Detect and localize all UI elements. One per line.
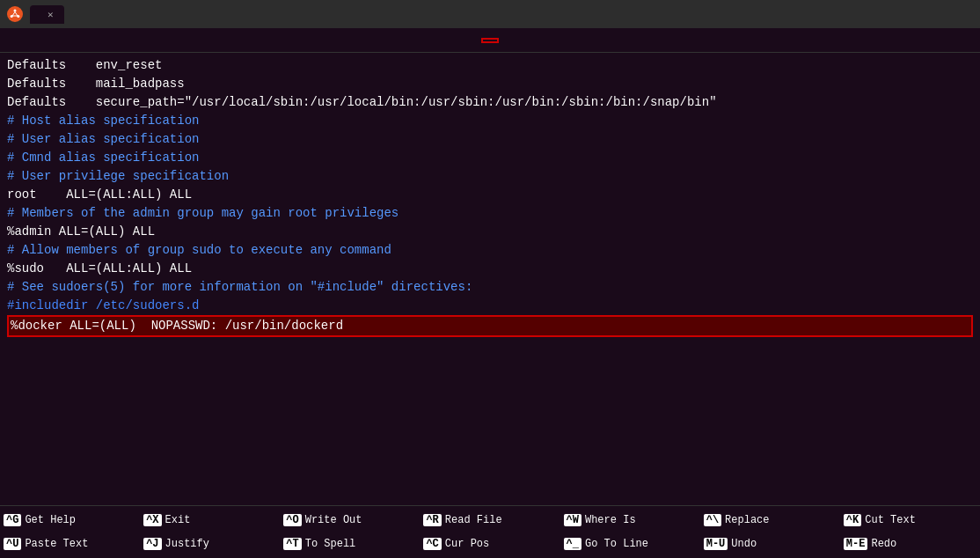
editor-line: Defaults secure_path="/usr/local/sbin:/u… <box>7 93 973 112</box>
editor-line: # See sudoers(5) for more information on… <box>7 278 973 297</box>
shortcut-item: ^KCut Text <box>840 508 980 532</box>
maximize-button[interactable] <box>941 7 955 21</box>
shortcut-key: ^K <box>844 514 861 526</box>
minimize-button[interactable] <box>924 7 938 21</box>
editor-area[interactable]: Defaults env_resetDefaults mail_badpassD… <box>0 53 980 505</box>
editor-line: %sudo ALL=(ALL:ALL) ALL <box>7 260 973 278</box>
shortcut-item: ^JJustify <box>140 532 280 557</box>
editor-line: # Members of the admin group may gain ro… <box>7 204 973 223</box>
shortcut-label: Paste Text <box>25 538 88 550</box>
new-tab-button[interactable] <box>71 4 92 25</box>
shortcut-key: ^J <box>143 538 161 550</box>
tab-close-icon[interactable]: ✕ <box>48 9 54 20</box>
ubuntu-icon <box>7 6 23 22</box>
shortcut-label: To Spell <box>305 538 356 550</box>
editor-line: %admin ALL=(ALL) ALL <box>7 223 973 241</box>
shortcut-label: Cut Text <box>865 514 916 526</box>
shortcut-label: Undo <box>731 538 757 550</box>
editor-line: #includedir /etc/sudoers.d <box>7 297 973 315</box>
shortcut-item: ^\Replace <box>700 508 840 532</box>
shortcut-item: ^GGet Help <box>0 508 140 532</box>
shortcut-key: ^W <box>564 514 581 526</box>
shortcut-item: ^XExit <box>140 508 280 532</box>
editor-line: # Allow members of group sudo to execute… <box>7 241 973 260</box>
shortcut-item: ^TTo Spell <box>280 532 420 557</box>
editor-line: # User alias specification <box>7 130 973 149</box>
shortcut-label: Write Out <box>305 514 362 526</box>
window-controls <box>924 7 973 21</box>
nano-header <box>0 28 980 53</box>
shortcut-label: Replace <box>725 514 769 526</box>
shortcut-key: ^X <box>143 514 161 526</box>
shortcut-key: ^G <box>4 514 21 526</box>
shortcut-item: ^CCur Pos <box>420 532 559 557</box>
shortcut-label: Read File <box>445 514 502 526</box>
shortcut-item: ^WWhere Is <box>560 508 700 532</box>
shortcut-key: ^O <box>283 514 301 526</box>
titlebar: ✕ <box>0 0 980 28</box>
editor-line: # Cmnd alias specification <box>7 149 973 167</box>
shortcut-key: M-E <box>844 538 868 550</box>
shortcut-item: ^UPaste Text <box>0 532 140 557</box>
shortcut-label: Redo <box>871 538 896 550</box>
shortcut-key: ^_ <box>564 538 581 550</box>
shortcut-key: ^R <box>423 514 441 526</box>
shortcut-item: ^OWrite Out <box>280 508 420 532</box>
editor-line: root ALL=(ALL:ALL) ALL <box>7 186 973 204</box>
editor-line: Defaults env_reset <box>7 56 973 75</box>
shortcut-key: ^\ <box>704 514 721 526</box>
shortcut-label: Justify <box>165 538 209 550</box>
close-button[interactable] <box>959 7 973 21</box>
shortcut-key: M-U <box>704 538 728 550</box>
shortcuts-bar: ^GGet Help^XExit^OWrite Out^RRead File^W… <box>0 505 980 558</box>
editor-line: # Host alias specification <box>7 112 973 130</box>
editor-line: # User privilege specification <box>7 167 973 186</box>
shortcut-item: M-UUndo <box>700 532 840 557</box>
nano-filename <box>481 38 499 43</box>
shortcut-item: M-ERedo <box>840 532 980 557</box>
shortcut-label: Where Is <box>585 514 636 526</box>
editor-line: %docker ALL=(ALL) NOPASSWD: /usr/bin/doc… <box>7 315 973 337</box>
shortcut-label: Go To Line <box>585 538 648 550</box>
shortcut-item: ^RRead File <box>420 508 559 532</box>
editor-line: Defaults mail_badpass <box>7 75 973 93</box>
shortcut-key: ^C <box>423 538 441 550</box>
terminal-tab[interactable]: ✕ <box>30 5 64 24</box>
shortcut-key: ^U <box>4 538 21 550</box>
shortcut-label: Cur Pos <box>445 538 489 550</box>
shortcut-key: ^T <box>283 538 301 550</box>
shortcut-label: Exit <box>165 514 191 526</box>
shortcut-item: ^_Go To Line <box>560 532 700 557</box>
shortcut-label: Get Help <box>25 514 76 526</box>
